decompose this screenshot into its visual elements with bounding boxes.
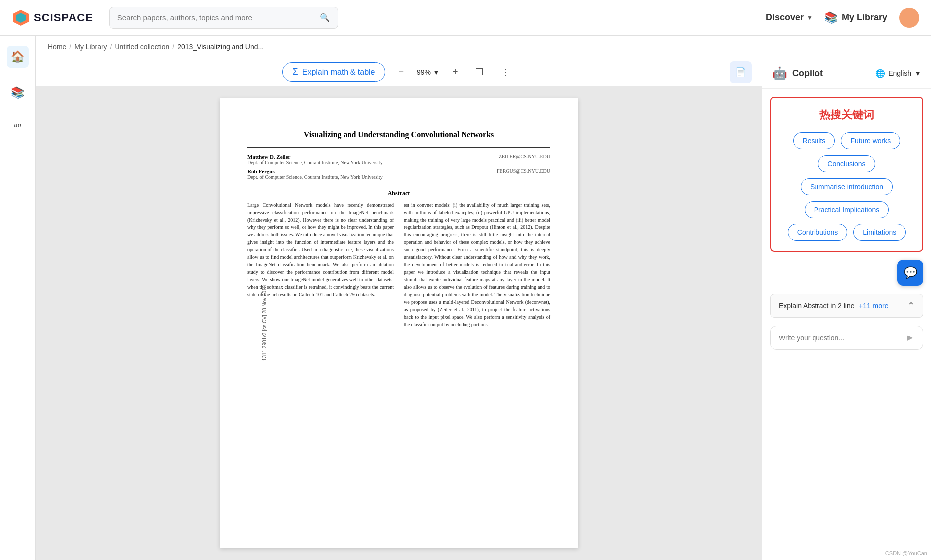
pdf-toolbar: Σ Explain math & table − 99% ▼ + ❐ ⋮ 📄 [36,58,762,86]
breadcrumb-sep2: / [110,43,112,51]
keyword-future-works[interactable]: Future works [841,132,900,149]
prompt-chevron-icon[interactable]: ⌃ [907,300,915,311]
library-icon: 📚 [824,11,838,24]
keyword-conclusions[interactable]: Conclusions [818,155,875,172]
send-button[interactable]: ► [905,332,915,343]
author2-row: Rob Fergus Dept. of Computer Science, Co… [247,168,550,180]
lang-chevron-icon: ▼ [914,69,921,77]
keyword-practical[interactable]: Practical Implications [805,201,889,218]
sigma-icon: Σ [293,67,298,77]
main-content: Home / My Library / Untitled collection … [36,36,931,560]
keywords-row-1: Results Future works [793,132,901,149]
pdf-page: 1311.2901v3 [cs.CV] 28 Nov 2013 Visualiz… [220,98,578,548]
hot-keywords-box: 热搜关键词 Results Future works Conclusions [770,97,923,252]
nav-right: Discover ▼ 📚 My Library [766,8,919,28]
discover-button[interactable]: Discover ▼ [766,12,813,23]
copilot-header: 🤖 Copilot 🌐 English ▼ [762,58,931,89]
quick-prompt-more[interactable]: +11 more [859,302,889,310]
sidebar: 🏠 📚 “” [0,36,36,560]
abstract-section: Abstract Large Convolutional Network mod… [247,190,550,328]
keyword-limitations[interactable]: Limitations [853,224,906,241]
breadcrumb-home[interactable]: Home [48,43,66,51]
fit-button[interactable]: ❐ [470,64,488,81]
chat-bubble-area: 💬 [770,260,923,286]
sidebar-item-library[interactable]: 📚 [7,82,29,104]
explain-label: Explain math & table [302,68,375,77]
language-button[interactable]: 🌐 English ▼ [875,69,921,78]
copilot-title-text: Copilot [792,68,823,79]
avatar[interactable] [899,8,919,28]
author1-email: ZEILER@CS.NYU.EDU [499,154,550,165]
abstract-two-col: Large Convolutional Network models have … [247,201,550,328]
author1-name: Matthew D. Zeiler [247,154,383,160]
author1-row: Matthew D. Zeiler Dept. of Computer Scie… [247,154,550,165]
zoom-out-button[interactable]: − [393,64,409,80]
page-icon-button[interactable]: 📄 [730,61,752,83]
breadcrumb-my-library[interactable]: My Library [74,43,107,51]
question-area[interactable]: ► [770,326,923,350]
abstract-col1: Large Convolutional Network models have … [247,201,394,328]
copilot-icon: 🤖 [772,66,787,80]
my-library-button[interactable]: 📚 My Library [824,11,887,24]
keywords-row-5: Contributions Limitations [788,224,906,241]
discover-label: Discover [766,12,804,23]
sidebar-item-home[interactable]: 🏠 [7,46,29,68]
watermark: CSDN @YouCan [885,550,927,556]
language-label: English [888,69,911,77]
keywords-row-3: Summarise introduction [801,178,893,195]
keyword-summarise[interactable]: Summarise introduction [801,178,893,195]
layout: 🏠 📚 “” Home / My Library / Untitled coll… [0,36,931,560]
breadcrumb-sep3: / [172,43,174,51]
keywords-row-2: Conclusions [818,155,875,172]
chevron-down-icon: ▼ [807,14,813,21]
hot-keywords-title: 热搜关键词 [779,108,914,122]
my-library-label: My Library [842,12,887,23]
author1-dept: Dept. of Computer Science, Courant Insti… [247,160,383,165]
zoom-chevron-icon: ▼ [433,68,440,76]
zoom-level[interactable]: 99% ▼ [417,68,440,76]
quick-prompt-area: Explain Abstract in 2 line +11 more [779,301,889,310]
chat-bubble-button[interactable]: 💬 [897,260,923,286]
pdf-content: 1311.2901v3 [cs.CV] 28 Nov 2013 Visualiz… [36,86,762,560]
explain-button[interactable]: Σ Explain math & table [282,62,386,82]
sidebar-item-quotes[interactable]: “” [7,117,29,139]
keyword-contributions[interactable]: Contributions [788,224,848,241]
author2-dept: Dept. of Computer Science, Courant Insti… [247,174,383,180]
question-input[interactable] [779,334,901,342]
more-options-button[interactable]: ⋮ [496,64,515,81]
abstract-col2: est in convnet models: (i) the availabil… [404,201,550,328]
logo-text: SCISPACE [34,11,93,24]
arxiv-label: 1311.2901v3 [cs.CV] 28 Nov 2013 [262,285,267,361]
top-nav: SCISPACE 🔍 Discover ▼ 📚 My Library [0,0,931,36]
breadcrumb-sep1: / [69,43,71,51]
breadcrumb-collection[interactable]: Untitled collection [115,43,170,51]
keywords-grid: Results Future works Conclusions Summari… [779,132,914,241]
prompt-row: Explain Abstract in 2 line +11 more ⌃ [779,300,915,311]
logo-area: SCISPACE [12,9,93,27]
quick-prompts: Explain Abstract in 2 line +11 more ⌃ [770,294,923,318]
search-input[interactable] [117,13,316,22]
author2-email: FERGUS@CS.NYU.EDU [497,168,550,180]
abstract-title: Abstract [247,190,550,197]
paper-title: Visualizing and Understanding Convolutio… [247,130,550,139]
pdf-viewer: Σ Explain math & table − 99% ▼ + ❐ ⋮ 📄 [36,58,762,560]
author2-name: Rob Fergus [247,168,383,174]
pdf-area: Σ Explain math & table − 99% ▼ + ❐ ⋮ 📄 [36,58,931,560]
keyword-results[interactable]: Results [793,132,835,149]
zoom-value: 99% [417,68,431,76]
authors-section: Matthew D. Zeiler Dept. of Computer Scie… [247,154,550,180]
globe-icon: 🌐 [875,69,885,78]
breadcrumb-current: 2013_Visualizing and Und... [177,43,264,51]
logo-icon [12,9,30,27]
keywords-row-4: Practical Implications [805,201,889,218]
quick-prompt-text: Explain Abstract in 2 line [779,302,855,310]
copilot-panel: 🤖 Copilot 🌐 English ▼ 热搜关键词 [762,58,931,560]
breadcrumb: Home / My Library / Untitled collection … [36,36,931,58]
search-icon: 🔍 [320,13,330,22]
search-bar[interactable]: 🔍 [109,7,338,29]
copilot-title: 🤖 Copilot [772,66,823,80]
abstract-col2-text: est in convnet models: (i) the availabil… [404,202,550,327]
zoom-in-button[interactable]: + [448,64,463,80]
